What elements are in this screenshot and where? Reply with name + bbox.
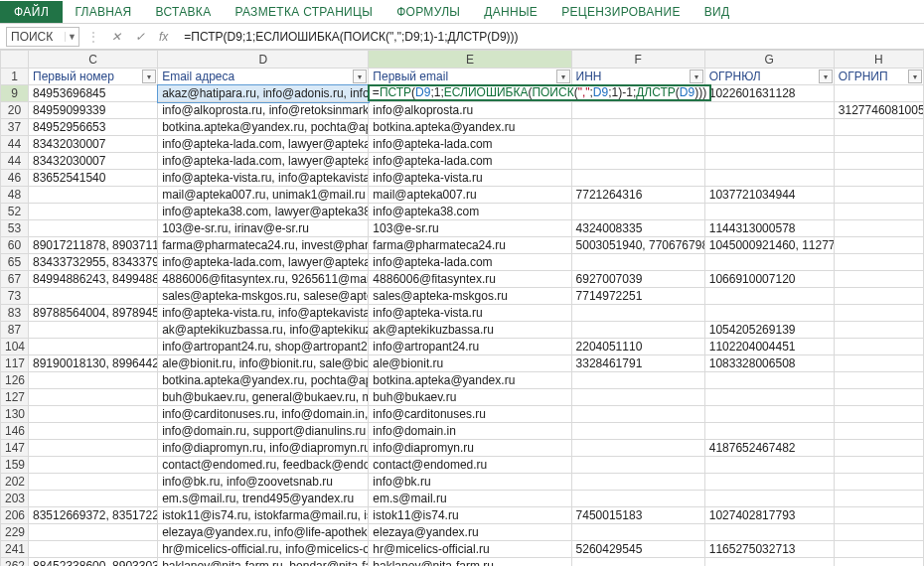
cell[interactable]: [704, 474, 834, 491]
cell[interactable]: 89017211878, 89037118689,: [29, 237, 158, 254]
cell[interactable]: istok11@is74.ru, istokfarma@mail.ru, ist: [158, 507, 369, 524]
cell[interactable]: farma@pharmateca24.ru, invest@pharm: [158, 237, 369, 254]
cell[interactable]: 103@e-sr.ru, irinav@e-sr.ru: [158, 220, 369, 237]
cell[interactable]: [571, 457, 704, 474]
cell[interactable]: [29, 423, 158, 440]
cell[interactable]: [834, 288, 923, 305]
cell[interactable]: [704, 389, 834, 406]
cell[interactable]: 83432030007: [29, 136, 158, 153]
cell[interactable]: em.s@mail.ru, trend495@yandex.ru: [158, 491, 369, 507]
cell[interactable]: [29, 389, 158, 406]
cell[interactable]: info@apteka-lada.com, lawyer@apteka-: [158, 254, 369, 271]
row-number[interactable]: 206: [1, 507, 29, 524]
row-number[interactable]: 44: [1, 136, 29, 153]
cell[interactable]: 4324008335: [571, 220, 704, 237]
filter-button[interactable]: ▾: [690, 70, 703, 83]
row-number[interactable]: 60: [1, 237, 29, 254]
cell[interactable]: 1022601631128: [704, 85, 834, 102]
cell[interactable]: 1037721034944: [704, 187, 834, 204]
cell[interactable]: [29, 204, 158, 220]
cell[interactable]: [571, 440, 704, 457]
cell[interactable]: 312774608100555: [834, 102, 923, 119]
cell[interactable]: 7721264316: [571, 187, 704, 204]
cell[interactable]: akaz@hatipara.ru, info@adonis.ru, infod: [158, 85, 369, 102]
cell[interactable]: [29, 220, 158, 237]
row-number[interactable]: 203: [1, 491, 29, 507]
header-cell-F[interactable]: ИНН▾: [571, 69, 704, 85]
cell[interactable]: info@apteka-vista.ru: [369, 170, 571, 187]
tab-file[interactable]: ФАЙЛ: [0, 1, 63, 23]
cell[interactable]: [571, 85, 704, 102]
cell[interactable]: elezaya@yandex.ru, info@life-apotheke: [158, 524, 369, 541]
tab-view[interactable]: ВИД: [693, 1, 742, 23]
cell[interactable]: 89788564004, 89789454545: [29, 305, 158, 322]
row-number[interactable]: 117: [1, 355, 29, 372]
cell[interactable]: [704, 119, 834, 136]
cell[interactable]: [29, 474, 158, 491]
spreadsheet-table[interactable]: CDEFGH 1Первый номер▾Email адреса▾Первый…: [0, 50, 924, 566]
cell[interactable]: [571, 491, 704, 507]
row-number[interactable]: 53: [1, 220, 29, 237]
row-number[interactable]: 127: [1, 389, 29, 406]
row-number[interactable]: 202: [1, 474, 29, 491]
cell[interactable]: 4886006@fitasyntex.ru: [369, 271, 571, 288]
row-number[interactable]: 83: [1, 305, 29, 322]
cell[interactable]: 1027402817793: [704, 507, 834, 524]
filter-button[interactable]: ▾: [908, 70, 922, 83]
cell[interactable]: [704, 254, 834, 271]
cell[interactable]: farma@pharmateca24.ru: [369, 237, 571, 254]
cell[interactable]: [834, 474, 923, 491]
cell[interactable]: info@apteka-lada.com: [369, 136, 571, 153]
cell[interactable]: 88452338600, 89033034430,: [29, 558, 158, 567]
cell[interactable]: [834, 339, 923, 355]
cell[interactable]: [29, 187, 158, 204]
row-number[interactable]: 262: [1, 558, 29, 567]
cell[interactable]: [369, 85, 571, 102]
cell[interactable]: ak@aptekikuzbassa.ru, info@aptekikuzb: [158, 322, 369, 339]
cell[interactable]: [834, 254, 923, 271]
cell[interactable]: [834, 406, 923, 423]
row-number[interactable]: 159: [1, 457, 29, 474]
cell[interactable]: info@artropant24.ru: [369, 339, 571, 355]
row-number[interactable]: 20: [1, 102, 29, 119]
cell[interactable]: [834, 440, 923, 457]
cell[interactable]: [834, 204, 923, 220]
cell[interactable]: [571, 558, 704, 567]
cell[interactable]: [29, 524, 158, 541]
cell[interactable]: sales@apteka-mskgos.ru: [369, 288, 571, 305]
cell[interactable]: [571, 102, 704, 119]
cell[interactable]: [571, 153, 704, 170]
cell[interactable]: info@apteka38.com, lawyer@apteka38.c: [158, 204, 369, 220]
header-cell-G[interactable]: ОГРНЮЛ▾: [704, 69, 834, 85]
cell[interactable]: 83432030007: [29, 153, 158, 170]
cell[interactable]: [704, 406, 834, 423]
cell[interactable]: elezaya@yandex.ru: [369, 524, 571, 541]
cell[interactable]: [29, 491, 158, 507]
cell[interactable]: [704, 491, 834, 507]
cell[interactable]: 84953696845: [29, 85, 158, 102]
cell[interactable]: 1144313000578: [704, 220, 834, 237]
cell[interactable]: 103@e-sr.ru: [369, 220, 571, 237]
cell[interactable]: [571, 389, 704, 406]
cell[interactable]: [834, 491, 923, 507]
cell[interactable]: [29, 372, 158, 389]
tab-insert[interactable]: ВСТАВКА: [144, 1, 224, 23]
cell[interactable]: 3328461791: [571, 355, 704, 372]
tab-page-layout[interactable]: РАЗМЕТКА СТРАНИЦЫ: [223, 1, 385, 23]
cell[interactable]: [571, 524, 704, 541]
cell[interactable]: info@alkoprosta.ru, info@retoksinmark: [158, 102, 369, 119]
cell[interactable]: [704, 288, 834, 305]
cell[interactable]: info@apteka-lada.com, lawyer@apteka-: [158, 136, 369, 153]
cell[interactable]: info@diapromyn.ru, info@diapromyn.ru: [158, 440, 369, 457]
col-header-G[interactable]: G: [704, 51, 834, 69]
cell[interactable]: ale@bionit.ru: [369, 355, 571, 372]
row-number[interactable]: 46: [1, 170, 29, 187]
filter-button[interactable]: ▾: [819, 70, 833, 83]
header-cell-D[interactable]: Email адреса▾: [158, 69, 369, 85]
row-number[interactable]: 73: [1, 288, 29, 305]
cell[interactable]: [704, 153, 834, 170]
cell[interactable]: [29, 322, 158, 339]
cell[interactable]: info@bk.ru: [369, 474, 571, 491]
header-cell-E[interactable]: Первый email▾: [369, 69, 571, 85]
cell[interactable]: 89190018130, 89964421992: [29, 355, 158, 372]
